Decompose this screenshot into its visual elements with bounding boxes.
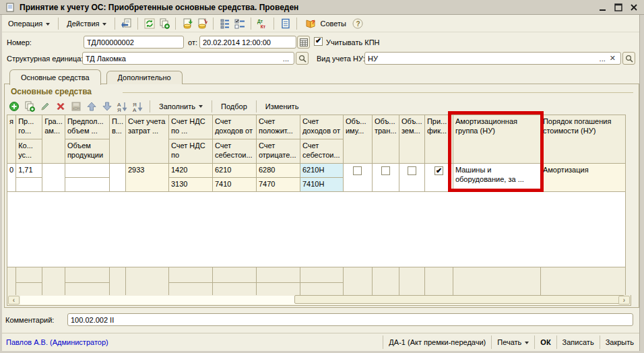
col-subheader-initial-cost[interactable]: Ко... ус... (БУ [16, 139, 42, 164]
minimize-button[interactable] [598, 3, 608, 12]
save-close-icon[interactable] [121, 18, 132, 30]
cell-repayment-order-nu[interactable]: Амортизация [540, 164, 625, 192]
col-header-object-transport[interactable]: Объ... тран... [372, 115, 399, 164]
col-subheader-planned-volume[interactable]: Объем продукции (в н... [65, 139, 109, 164]
col-subheader-positive-account[interactable]: Счет отрицате... [256, 139, 300, 164]
col-header-positive-account[interactable]: Счет положит... [256, 115, 300, 139]
close-button-footer[interactable]: Закрыть [600, 333, 639, 351]
table-empty-area[interactable] [7, 192, 626, 267]
move-down-icon[interactable] [101, 100, 112, 112]
cell-vat-account[interactable]: 1420 [168, 164, 212, 178]
cell-checkbox-object-transport[interactable] [381, 166, 390, 175]
cell2-positive-account[interactable]: 7470 [256, 178, 300, 192]
refresh-icon[interactable] [143, 18, 155, 30]
cell-schedule[interactable] [42, 164, 65, 192]
comment-input[interactable]: 100.02.002 II [67, 313, 633, 326]
col-subheader-income-account-nu[interactable]: Счет себестои... [300, 139, 343, 164]
cell2-income-account[interactable]: 7410 [212, 178, 256, 192]
date-input[interactable]: 20.02.2014 12:00:00 [199, 36, 296, 49]
col-header-object-land[interactable]: Объ... зем... [399, 115, 424, 164]
cell-initial-cost[interactable]: 1,71 [16, 164, 42, 178]
save-button[interactable]: Записать [557, 333, 600, 351]
col-header-initial-cost[interactable]: Пр... го... [16, 115, 42, 139]
cell2-income-account-nu[interactable]: 7410Н [300, 178, 343, 192]
cell-checkbox-object-land[interactable] [408, 166, 416, 175]
col-header-depreciation-group-nu[interactable]: Амортизационная группа (НУ) [453, 115, 540, 164]
col-header-clipped-left[interactable]: я [7, 115, 16, 164]
cell-object-transport[interactable] [372, 164, 399, 192]
col-header-income-account-nu[interactable]: Счет доходов от [300, 115, 343, 139]
sort-desc-icon[interactable]: ЯА [132, 100, 143, 112]
col-header-schedule[interactable]: Гра... ам... [42, 115, 65, 164]
list-icon[interactable] [219, 18, 230, 30]
end-edit-icon[interactable]: КОН [70, 100, 82, 112]
col-header-p-v[interactable]: П... в... [109, 115, 125, 164]
clear-button[interactable]: ✕ [608, 54, 618, 63]
print-button[interactable]: Печать [492, 333, 534, 351]
cell-clipped-left[interactable]: 0 [7, 164, 16, 192]
cell-checkbox-object-property[interactable] [353, 166, 362, 175]
scrollbar-thumb[interactable] [294, 295, 624, 304]
help-icon[interactable]: ? [352, 18, 364, 30]
sort-asc-icon[interactable]: АЯ [117, 100, 128, 112]
dtkt-icon[interactable]: ДтКт [257, 18, 268, 30]
post-icon[interactable] [181, 18, 193, 30]
tab-fixed-assets[interactable]: Основные средства [9, 69, 101, 85]
close-button[interactable] [629, 3, 639, 12]
copy-add-icon[interactable] [158, 18, 170, 30]
cell-object-land[interactable] [399, 164, 424, 192]
cell-checkbox-fixed-asset-flag[interactable] [434, 166, 443, 175]
horizontal-scrollbar[interactable]: ‹ › [7, 295, 631, 306]
maximize-button[interactable] [614, 3, 623, 12]
cell-p-v[interactable] [109, 164, 125, 192]
copy-row-icon[interactable] [24, 100, 35, 112]
col-subheader-vat-account[interactable]: Счет НДС по [168, 139, 212, 164]
scroll-left-button[interactable]: ‹ [8, 296, 20, 304]
delete-row-icon[interactable] [55, 100, 66, 112]
cell2-vat-account[interactable]: 3130 [168, 178, 212, 192]
unpost-icon[interactable] [196, 18, 207, 30]
number-input[interactable]: ТДЛ00000002 [84, 36, 184, 49]
fill-button[interactable]: Заполнить [156, 101, 205, 112]
col-header-cost-account[interactable]: Счет учета затрат ... [125, 115, 168, 164]
pick-button[interactable]: Подбор [218, 101, 250, 112]
cell-cost-account[interactable]: 2933 [125, 164, 168, 192]
unit-input[interactable]: ТД Лакомка... [82, 52, 294, 65]
scroll-right-button[interactable]: › [618, 296, 630, 304]
calendar-button[interactable] [297, 36, 310, 49]
cell-depreciation-group-nu[interactable]: Машины и оборудование, за ... [453, 164, 540, 192]
col-header-planned-volume[interactable]: Предпол... объем ... [65, 115, 109, 139]
col-header-income-account[interactable]: Счет доходов от [212, 115, 256, 139]
col-header-vat-account[interactable]: Счет НДС по ... [168, 115, 212, 139]
operation-menu[interactable]: Операция [5, 18, 53, 29]
actions-menu[interactable]: Действия [64, 18, 109, 29]
cell-planned-volume[interactable] [65, 164, 109, 178]
ok-button[interactable]: ОК [535, 333, 556, 351]
cell-fixed-asset-flag[interactable] [424, 164, 453, 192]
move-up-icon[interactable] [86, 100, 97, 112]
cell-income-account[interactable]: 6210 [212, 164, 256, 178]
col-header-fixed-asset-flag[interactable]: При... фик... [424, 115, 453, 164]
tips-button[interactable]: ? Советы [302, 17, 348, 31]
list-settings-icon[interactable] [234, 18, 245, 30]
cell-object-property[interactable] [343, 164, 372, 192]
cell-positive-account[interactable]: 6280 [256, 164, 300, 178]
col-header-object-property[interactable]: Объ... иму... [343, 115, 372, 164]
nu-input[interactable]: НУ...✕ [364, 52, 621, 65]
unit-search-button[interactable] [296, 52, 309, 65]
nu-search-button[interactable] [622, 52, 635, 65]
change-button[interactable]: Изменить [263, 101, 302, 112]
cell-income-account-nu[interactable]: 6210Н [300, 164, 343, 178]
col-header-repayment-order-nu[interactable]: Порядок погашения стоимости (НУ) [540, 115, 625, 164]
cell2-planned-volume[interactable] [65, 178, 109, 192]
journal-icon[interactable] [280, 18, 291, 30]
col-subheader-income-account[interactable]: Счет себестои... [212, 139, 256, 164]
choose-button[interactable]: ... [598, 55, 608, 63]
tab-additional[interactable]: Дополнительно [106, 71, 183, 84]
da1-button[interactable]: ДА-1 (Акт премки-передачи) [383, 333, 491, 351]
choose-button[interactable]: ... [281, 55, 291, 63]
kpn-checkbox[interactable] [314, 37, 323, 46]
cell2-initial-cost[interactable] [16, 178, 42, 192]
add-row-icon[interactable] [8, 100, 20, 112]
edit-row-icon[interactable] [39, 100, 51, 112]
